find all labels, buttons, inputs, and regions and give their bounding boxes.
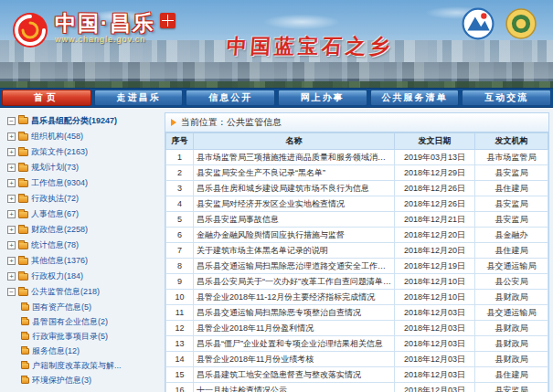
sidebar-subitem[interactable]: 环境保护信息(3) xyxy=(7,373,161,387)
sidebar-subitem[interactable]: 县管国有企业信息(2) xyxy=(7,314,161,329)
sidebar-subitem[interactable]: 国有资产信息(5) xyxy=(7,300,161,314)
tree-expand-icon[interactable]: + xyxy=(7,148,16,156)
doc-title-link[interactable]: 昌乐县“僵尸”企业处置和专项企业治理结果相关信息 xyxy=(194,336,395,352)
doc-title-link[interactable]: 昌乐县公安局关于“一次办好”改革工作自查问题清单、整改落实情况 xyxy=(194,274,395,290)
breadcrumb-current[interactable]: 公共监管信息 xyxy=(227,116,282,129)
breadcrumb-arrow-icon xyxy=(171,119,176,126)
sidebar-item[interactable]: +财政信息(2258) xyxy=(7,222,161,238)
sidebar-item[interactable]: +其他信息(1376) xyxy=(7,253,161,269)
doc-title-link[interactable]: 昌乐县安监局事故信息 xyxy=(194,212,395,228)
row-number: 12 xyxy=(166,321,194,336)
tree-expand-icon[interactable]: − xyxy=(7,288,16,296)
doc-date: 2018年12月29日 xyxy=(395,165,475,181)
tree-expand-icon[interactable]: + xyxy=(7,132,16,141)
doc-title-link[interactable]: 十一月执法检查情况公示 xyxy=(194,383,395,392)
sidebar-item-label: 公共监管信息(218) xyxy=(31,286,100,298)
table-row: 2县安监局安全生产不良记录“黑名单”2018年12月29日县安监局 xyxy=(166,165,548,181)
sidebar-item[interactable]: +政策文件(2163) xyxy=(7,144,161,160)
row-number: 13 xyxy=(166,336,194,352)
sidebar-item-label: 组织机构(458) xyxy=(31,131,83,143)
sidebar-item[interactable]: +统计信息(78) xyxy=(7,238,161,253)
doc-title-link[interactable]: 县市场监管局三项措施推进商品质量和服务领域消费维权 xyxy=(194,150,395,165)
sidebar-subitem[interactable]: 行政审批事项目录(5) xyxy=(7,329,161,344)
tree-expand-icon[interactable]: + xyxy=(7,241,16,249)
sidebar-root[interactable]: − 昌乐县组配分类(19247) xyxy=(7,112,161,129)
doc-title-link[interactable]: 昌乐县交通运输局扫黑除恶专项整治自查情况 xyxy=(194,305,395,321)
sidebar-item[interactable]: −公共监管信息(218) xyxy=(7,284,161,300)
doc-date: 2018年12月26日 xyxy=(395,196,475,212)
tree-expand-icon[interactable]: + xyxy=(7,195,16,203)
table-row: 4县安监局对经济开发区企业实地检查情况2018年12月26日县安监局 xyxy=(166,196,548,212)
folder-icon xyxy=(18,180,28,187)
doc-title-link[interactable]: 金融办金融风险舆情回应执行措施与监督 xyxy=(194,228,395,243)
tree-expand-icon[interactable]: + xyxy=(7,226,16,234)
doc-title-link[interactable]: 县安监局安全生产不良记录“黑名单” xyxy=(194,165,395,181)
doc-title-link[interactable]: 关于建筑市场主体黑名单记录的说明 xyxy=(194,243,395,259)
table-row: 15昌乐县建筑工地安全隐患督查与整改落实情况2018年12月03日县住建局 xyxy=(166,367,548,383)
doc-title-link[interactable]: 县管企业2018年11-12月份主要经济指标完成情况 xyxy=(194,290,395,305)
doc-org: 县财政局 xyxy=(475,352,548,367)
tree-expand-icon[interactable]: + xyxy=(7,179,16,187)
tree-expand-icon[interactable]: + xyxy=(7,210,16,218)
nav-item[interactable]: 互动交流 xyxy=(462,90,551,106)
doc-date: 2018年12月20日 xyxy=(395,243,475,259)
doc-title-link[interactable]: 昌乐县住房和城乡建设局建筑市场不良行为信息 xyxy=(194,181,395,196)
sidebar-item-label: 行政执法(72) xyxy=(31,193,79,205)
sidebar-item[interactable]: +人事信息(67) xyxy=(7,207,161,222)
gold-emblem-icon xyxy=(505,8,537,43)
sidebar-subitem[interactable]: 服务信息(12) xyxy=(7,344,161,358)
nav-item[interactable]: 走进昌乐 xyxy=(94,90,184,106)
doc-date: 2019年03月13日 xyxy=(395,150,475,165)
row-number: 10 xyxy=(166,290,194,305)
sidebar-item[interactable]: +组织机构(458) xyxy=(7,129,161,144)
doc-org: 县安监局 xyxy=(475,165,548,181)
doc-date: 2018年12月03日 xyxy=(395,367,475,383)
doc-title-link[interactable]: 县管企业2018年11月份业绩考核 xyxy=(194,352,395,367)
table-row: 3昌乐县住房和城乡建设局建筑市场不良行为信息2018年12月26日县住建局 xyxy=(166,181,548,196)
doc-title-link[interactable]: 县安监局对经济开发区企业实地检查情况 xyxy=(194,196,395,212)
table-row: 7关于建筑市场主体黑名单记录的说明2018年12月20日县住建局 xyxy=(166,243,548,259)
sidebar-item[interactable]: +行政权力(184) xyxy=(7,269,161,284)
sidebar-children: 国有资产信息(5)县管国有企业信息(2)行政审批事项目录(5)服务信息(12)户… xyxy=(7,300,161,387)
folder-icon xyxy=(18,211,28,218)
city-trees xyxy=(0,81,553,88)
tree-expand-icon[interactable]: − xyxy=(7,117,16,125)
sidebar-item[interactable]: +规划计划(73) xyxy=(7,160,161,175)
doc-org: 县财政局 xyxy=(475,336,548,352)
sidebar-item-label: 统计信息(78) xyxy=(31,239,79,251)
folder-icon xyxy=(18,164,28,172)
table-head-row: 序号名称发文日期发文机构 xyxy=(166,133,548,150)
main-nav: 首页走进昌乐信息公开网上办事公共服务清单互动交流 xyxy=(0,88,553,108)
sidebar-item-label: 其他信息(1376) xyxy=(31,255,88,267)
site-logo[interactable]: 中国·昌乐 www.changle.gov.cn xyxy=(11,11,175,49)
doc-date: 2018年12月10日 xyxy=(395,274,475,290)
doc-title-link[interactable]: 县管企业2018年11月份盈利情况 xyxy=(194,321,395,336)
folder-icon xyxy=(18,149,28,156)
table-row: 1县市场监管局三项措施推进商品质量和服务领域消费维权2019年03月13日县市场… xyxy=(166,150,548,165)
tree-expand-icon[interactable]: + xyxy=(7,164,16,172)
doc-org: 县住建局 xyxy=(475,243,548,259)
row-number: 3 xyxy=(166,181,194,196)
phoenix-swirl-logo-icon xyxy=(11,11,49,49)
row-number: 11 xyxy=(166,305,194,321)
folder-icon xyxy=(18,117,28,124)
doc-title-link[interactable]: 昌乐县建筑工地安全隐患督查与整改落实情况 xyxy=(194,367,395,383)
tree-expand-icon[interactable]: + xyxy=(7,272,16,281)
sidebar-subitem[interactable]: 户籍制度改革政策与解... xyxy=(7,358,161,373)
folder-icon xyxy=(18,133,28,141)
doc-title-link[interactable]: 昌乐县交通运输局扫黑除恶治理道路交通安全工作情况 xyxy=(194,259,395,274)
sidebar: − 昌乐县组配分类(19247) +组织机构(458)+政策文件(2163)+规… xyxy=(7,112,161,387)
folder-icon xyxy=(18,227,28,234)
subfolder-icon xyxy=(21,319,29,325)
sidebar-item[interactable]: +工作信息(9304) xyxy=(7,175,161,191)
site-slogan: 中国蓝宝石之乡 xyxy=(226,33,394,60)
nav-item[interactable]: 公共服务清单 xyxy=(370,90,460,106)
doc-org: 县安监局 xyxy=(475,383,548,392)
tree-expand-icon[interactable]: + xyxy=(7,257,16,265)
sidebar-subitem-label: 行政审批事项目录(5) xyxy=(32,331,108,343)
sidebar-item[interactable]: +行政执法(72) xyxy=(7,191,161,207)
nav-item[interactable]: 网上办事 xyxy=(278,90,367,106)
doc-date: 2018年12月03日 xyxy=(395,321,475,336)
nav-item[interactable]: 首页 xyxy=(2,90,91,106)
nav-item[interactable]: 信息公开 xyxy=(186,90,275,106)
